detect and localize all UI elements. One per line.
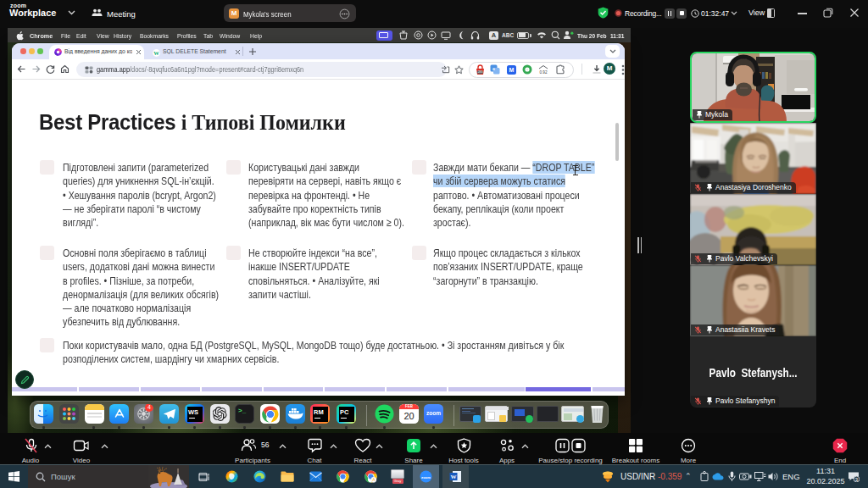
svg-text:283: 283 <box>478 70 483 74</box>
svg-text:zoom: zoom <box>421 475 431 480</box>
svg-text:W: W <box>451 474 457 480</box>
svg-text:0.92: 0.92 <box>540 70 548 75</box>
svg-text:W: W <box>153 49 159 55</box>
